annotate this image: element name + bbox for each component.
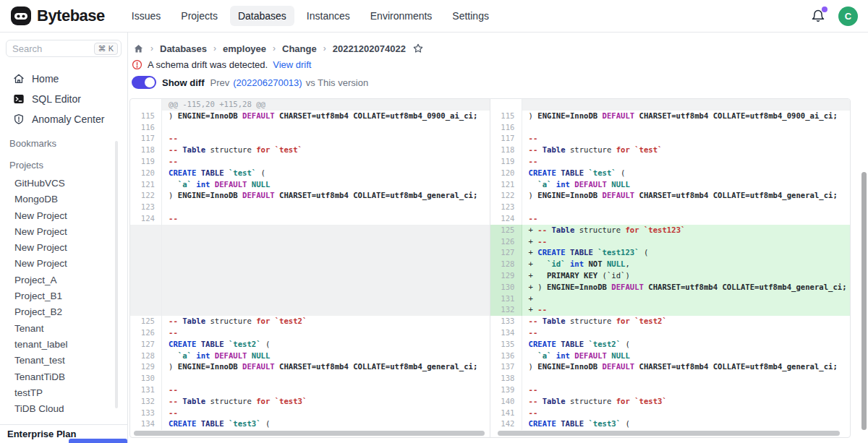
nav-item-databases[interactable]: Databases [230, 6, 294, 26]
left-horizontal-scrollbar[interactable] [134, 431, 485, 436]
sidebar-item-home[interactable]: Home [6, 69, 122, 89]
sidebar-item-anomaly-center[interactable]: Anomaly Center [6, 109, 122, 129]
show-diff-toggle[interactable] [132, 76, 156, 89]
sidebar-project-item[interactable]: New Project [6, 240, 122, 256]
sidebar-project-item[interactable]: Project_B2 [6, 304, 122, 320]
diff-line: 133-- [130, 408, 490, 419]
sidebar-scrollbar[interactable] [115, 141, 118, 408]
line-number: 132 [490, 304, 522, 316]
code-text: `a` int DEFAULT NULL [522, 179, 851, 191]
breadcrumb-item[interactable]: Change [282, 43, 317, 54]
code-text: -- [162, 213, 490, 225]
code-text: -- [162, 384, 490, 396]
diff-line-added: 126+ -- [490, 236, 851, 248]
prev-version-link[interactable]: (202206270013) [233, 77, 302, 88]
sidebar-project-item[interactable]: tenant_label [6, 337, 122, 353]
sidebar-project-item[interactable]: New Project [6, 208, 122, 224]
code-text: -- Table structure for `test3` [162, 396, 490, 408]
sidebar-project-item[interactable]: TenantTiDB [6, 369, 122, 385]
code-text: -- [522, 384, 851, 396]
line-number: 117 [490, 133, 522, 145]
search-input[interactable] [12, 43, 77, 54]
diff-line: 119-- [490, 156, 851, 168]
code-text [162, 122, 490, 134]
code-text: ) ENGINE=InnoDB DEFAULT CHARSET=utf8mb4 … [522, 111, 851, 122]
line-number: 133 [130, 408, 162, 419]
nav-item-environments[interactable]: Environments [362, 6, 441, 26]
line-number: 121 [490, 179, 522, 191]
line-number: 124 [490, 213, 522, 225]
line-number: 136 [490, 350, 522, 362]
toggle-knob [145, 77, 155, 87]
diff-panel-right: 115) ENGINE=InnoDB DEFAULT CHARSET=utf8m… [490, 99, 851, 437]
home-icon[interactable] [133, 43, 144, 54]
nav-item-projects[interactable]: Projects [173, 6, 226, 26]
code-text: -- [522, 133, 851, 145]
nav-item-issues[interactable]: Issues [124, 6, 169, 26]
code-text: ) ENGINE=InnoDB DEFAULT CHARSET=utf8mb4 … [522, 190, 851, 202]
breadcrumb-item[interactable]: employee [223, 43, 266, 54]
line-number: 140 [490, 396, 522, 408]
diff-line: 137) ENGINE=InnoDB DEFAULT CHARSET=utf8m… [490, 361, 851, 373]
diff-line: 115) ENGINE=InnoDB DEFAULT CHARSET=utf8m… [130, 111, 490, 122]
sidebar-project-item[interactable]: Project_A [6, 272, 122, 288]
avatar[interactable]: C [838, 7, 858, 26]
diff-line: 128 `a` int DEFAULT NULL [130, 350, 490, 362]
prev-label: Prev [210, 77, 230, 88]
code-text: ) ENGINE=InnoDB DEFAULT CHARSET=utf8mb4 … [162, 111, 490, 122]
line-number: 130 [490, 282, 522, 293]
right-horizontal-scrollbar[interactable] [498, 431, 840, 436]
sidebar-project-item[interactable]: TiDB Cloud [6, 401, 122, 417]
line-number: 128 [490, 259, 522, 270]
line-number [490, 99, 522, 111]
diff-line: 118-- Table structure for `test` [130, 145, 490, 156]
project-list: GitHubVCSMongoDBNew ProjectNew ProjectNe… [6, 176, 122, 417]
sidebar-project-item[interactable]: New Project [6, 256, 122, 272]
diff-line-added: 127+ CREATE TABLE `test123` ( [490, 247, 851, 259]
notification-bell-icon[interactable] [811, 8, 825, 24]
sidebar-project-item[interactable]: GitHubVCS [6, 176, 122, 192]
diff-line: 121 `a` int DEFAULT NULL [130, 179, 490, 191]
line-number: 139 [490, 384, 522, 396]
sidebar-project-item[interactable]: Tenant [6, 321, 122, 337]
sidebar-project-item[interactable]: testTP [6, 385, 122, 401]
line-number: 134 [130, 418, 162, 430]
partially-visible-quickstart-bar [69, 439, 127, 443]
diff-gap-line [130, 247, 490, 259]
diff-toolbar: Show diff Prev (202206270013) vs This ve… [132, 76, 368, 89]
sidebar-project-item[interactable]: Tenant_test [6, 353, 122, 369]
diff-line: 142CREATE TABLE `test3` ( [490, 418, 851, 430]
line-number: 133 [490, 316, 522, 327]
code-text [522, 373, 851, 384]
diff-line: 123 [130, 202, 490, 213]
line-number: 129 [490, 270, 522, 282]
diff-line-added: 130+ ) ENGINE=InnoDB DEFAULT CHARSET=utf… [490, 282, 851, 293]
breadcrumb-separator: › [323, 43, 326, 53]
search-box[interactable]: ⌘ K [6, 40, 122, 57]
breadcrumb-item[interactable]: Databases [160, 43, 207, 54]
breadcrumb-item[interactable]: 20221202074022 [333, 43, 406, 54]
diff-line: 120CREATE TABLE `test` ( [490, 168, 851, 179]
view-drift-link[interactable]: View drift [273, 59, 311, 70]
diff-gap-line [130, 293, 490, 305]
top-nav: Bytebase IssuesProjectsDatabasesInstance… [0, 0, 868, 33]
sidebar-item-sql-editor[interactable]: SQL Editor [6, 89, 122, 109]
diff-line: 141-- [490, 408, 851, 419]
code-text: -- [522, 327, 851, 339]
diff-line: 121 `a` int DEFAULT NULL [490, 179, 851, 191]
line-number: 115 [490, 111, 522, 122]
bytebase-logo[interactable]: Bytebase [10, 5, 105, 27]
sidebar-project-item[interactable]: Project_B1 [6, 288, 122, 304]
page-vertical-scrollbar[interactable] [861, 172, 867, 430]
diff-line: 131-- [130, 384, 490, 396]
nav-item-settings[interactable]: Settings [444, 6, 497, 26]
line-number: 117 [130, 133, 162, 145]
breadcrumb: ›Databases›employee›Change›2022120207402… [133, 43, 424, 54]
diff-line: 134CREATE TABLE `test3` ( [130, 418, 490, 430]
star-icon[interactable] [412, 43, 424, 54]
line-number: 122 [130, 190, 162, 202]
sidebar-project-item[interactable]: MongoDB [6, 192, 122, 207]
alert-text: A schema drift was detected. [148, 59, 268, 70]
sidebar-project-item[interactable]: New Project [6, 224, 122, 240]
nav-item-instances[interactable]: Instances [299, 6, 358, 26]
